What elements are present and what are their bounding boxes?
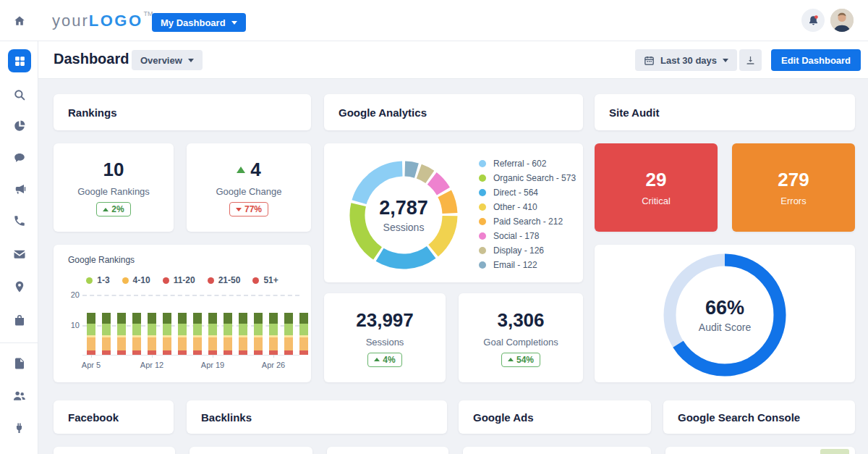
my-dashboard-label: My Dashboard — [161, 17, 226, 28]
bar-segment — [193, 337, 202, 350]
bar — [178, 313, 187, 355]
bar-segment — [239, 337, 247, 350]
bar — [193, 313, 202, 355]
page-title: Dashboard — [54, 51, 129, 67]
sessions-total-label: Sessions — [346, 222, 461, 233]
bar-segment — [284, 324, 293, 335]
download-button[interactable] — [739, 49, 762, 71]
stat-label: Google Rankings — [77, 186, 150, 197]
bar-segment — [269, 324, 278, 335]
audit-score-value: 66% — [663, 297, 786, 319]
donut-legend: Referral - 602Organic Search - 573Direct… — [479, 156, 576, 272]
bar-segment — [87, 313, 95, 324]
bar-segment — [269, 337, 278, 350]
arrow-up-icon — [103, 208, 109, 211]
donut-slice-social — [432, 178, 443, 191]
bar-segment — [148, 313, 156, 324]
legend-item: Direct - 564 — [479, 185, 576, 200]
section-title: Backlinks — [201, 411, 252, 424]
chevron-down-icon — [231, 21, 237, 25]
x-tick-mark — [152, 355, 153, 358]
stat-value: 23,997 — [356, 309, 414, 332]
bar-segment — [102, 337, 111, 350]
avatar-image — [830, 9, 854, 32]
bar-segment — [284, 313, 293, 324]
section-title: Google Ads — [473, 411, 534, 424]
bar-segment — [132, 350, 141, 355]
critical-label: Critical — [642, 196, 671, 206]
bar-segment — [132, 324, 141, 335]
bar — [132, 313, 141, 355]
legend-dot — [479, 247, 486, 254]
bar — [224, 313, 232, 355]
bar-segment — [208, 337, 217, 350]
section-header-google-analytics: Google Analytics — [324, 94, 583, 130]
bar-segment — [284, 350, 293, 355]
legend-item: Display - 126 — [479, 243, 576, 258]
sidebar-item-home[interactable] — [0, 0, 38, 41]
megaphone-icon — [13, 182, 26, 196]
notifications-button[interactable] — [801, 9, 825, 32]
legend-dot — [479, 175, 486, 182]
sidebar-item-dashboard[interactable] — [8, 49, 31, 72]
bar-segment — [193, 324, 202, 335]
errors-count: 279 — [778, 169, 809, 191]
partial-card — [327, 447, 448, 454]
x-axis-tick: Apr 19 — [201, 361, 224, 369]
stat-card-sessions: 23,997 Sessions 4% — [324, 293, 446, 382]
logo-main: LOGO — [89, 12, 143, 30]
mail-icon — [13, 248, 26, 261]
arrow-up-icon — [237, 167, 245, 173]
donut-center: 2,787 Sessions — [346, 197, 461, 233]
sidebar-item-ecommerce[interactable] — [0, 313, 38, 327]
stat-card-goal-completions: 3,306 Goal Completions 54% — [459, 293, 583, 382]
section-title: Site Audit — [609, 106, 659, 119]
page-toolbar: Dashboard Overview Last 30 days Edit Das… — [38, 41, 868, 79]
bar — [269, 313, 278, 355]
sidebar-item-local[interactable] — [0, 279, 38, 294]
sidebar-item-search[interactable] — [0, 88, 38, 102]
bar — [102, 313, 111, 355]
arrow-up-icon — [374, 358, 380, 361]
bar-segment — [163, 313, 171, 324]
sidebar-item-campaigns[interactable] — [0, 182, 38, 196]
arrow-down-icon — [236, 208, 242, 211]
partial-card — [190, 447, 312, 454]
donut-slice-email — [405, 169, 417, 171]
edit-dashboard-button[interactable]: Edit Dashboard — [771, 49, 861, 71]
legend-item: Email - 122 — [479, 258, 576, 272]
sidebar-item-email[interactable] — [0, 247, 38, 261]
sidebar-item-users[interactable] — [0, 388, 38, 403]
donut-slice-direct — [380, 252, 431, 261]
bar-segment — [299, 313, 308, 324]
sidebar-item-documents[interactable] — [0, 356, 38, 371]
bar — [254, 313, 263, 355]
bar-segment — [254, 350, 263, 355]
sidebar-item-calls[interactable] — [0, 214, 38, 228]
date-range-label: Last 30 days — [660, 55, 717, 66]
top-header: yourLOGOTM My Dashboard — [0, 0, 868, 41]
legend-item: Referral - 602 — [479, 156, 576, 171]
bar — [239, 313, 247, 355]
my-dashboard-button[interactable]: My Dashboard — [152, 13, 246, 32]
bar-segment — [178, 324, 187, 335]
bar-segment — [208, 324, 217, 335]
sidebar-item-reports[interactable] — [0, 119, 38, 133]
avatar[interactable] — [830, 9, 854, 32]
stat-card-google-change: 4 Google Change 77% — [187, 143, 311, 232]
section-header-rankings: Rankings — [54, 94, 311, 130]
x-axis — [82, 355, 299, 356]
sidebar-item-messages[interactable] — [0, 151, 38, 165]
bar-segment — [224, 313, 232, 324]
bar-segment — [299, 324, 308, 335]
logo: yourLOGOTM — [52, 0, 153, 41]
section-title: Rankings — [68, 106, 117, 119]
bar-segment — [193, 313, 202, 324]
bar-segment — [102, 350, 111, 355]
view-selector[interactable]: Overview — [132, 50, 203, 70]
x-tick-mark — [273, 355, 274, 358]
sidebar-item-integrations[interactable] — [0, 421, 38, 435]
date-range-selector[interactable]: Last 30 days — [635, 49, 737, 71]
section-title: Facebook — [68, 411, 119, 424]
stat-value: 10 — [103, 159, 124, 181]
